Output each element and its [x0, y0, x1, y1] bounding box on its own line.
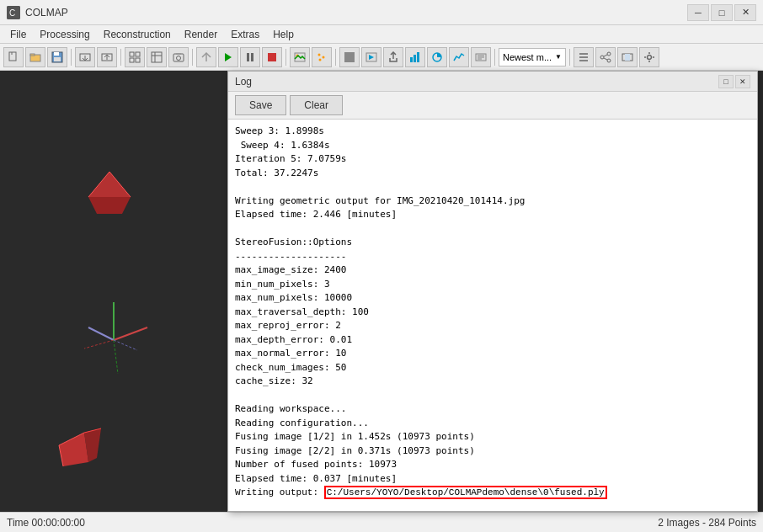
svg-rect-38 [414, 55, 416, 62]
svg-rect-7 [54, 52, 59, 56]
separator-6 [494, 49, 495, 66]
svg-rect-8 [54, 57, 61, 61]
svg-point-31 [323, 56, 325, 58]
svg-marker-61 [88, 197, 131, 214]
svg-point-49 [607, 52, 611, 56]
separator-3 [192, 49, 193, 66]
menu-item-file[interactable]: File [3, 25, 33, 43]
svg-rect-39 [417, 52, 419, 62]
log-title-bar[interactable]: Log □ ✕ [228, 72, 757, 92]
separator-5 [335, 49, 336, 66]
minimize-button[interactable]: ─ [687, 4, 709, 21]
svg-rect-25 [247, 53, 249, 61]
menu-item-render[interactable]: Render [178, 25, 224, 43]
keyframe-button[interactable] [617, 47, 638, 67]
new-button[interactable] [3, 47, 24, 67]
log-save-button[interactable]: Save [235, 95, 286, 115]
log-window: Log □ ✕ Save Clear Sweep 3: 1.8998s Swee… [227, 71, 758, 512]
svg-point-55 [648, 55, 652, 59]
svg-point-30 [318, 53, 321, 56]
separator-4 [285, 49, 286, 66]
color-button[interactable] [339, 47, 360, 67]
pause-button[interactable] [240, 47, 260, 67]
svg-rect-17 [152, 52, 162, 62]
svg-line-51 [604, 55, 607, 56]
log-last-line-prefix: Writing output: [235, 487, 324, 497]
status-time: Time 00:00:00:00 [7, 517, 658, 529]
add-points-button[interactable] [312, 47, 332, 67]
log-maximize-button[interactable]: □ [718, 75, 734, 88]
menu-item-reconstruction[interactable]: Reconstruction [97, 25, 178, 43]
list-button[interactable] [574, 47, 594, 67]
svg-rect-5 [30, 54, 35, 56]
svg-rect-14 [136, 52, 140, 56]
add-image-button[interactable] [290, 47, 310, 67]
view-button[interactable] [147, 47, 167, 67]
main-area: Log □ ✕ Save Clear Sweep 3: 1.8998s Swee… [0, 71, 763, 512]
svg-point-21 [177, 56, 181, 60]
arrow-button[interactable] [196, 47, 216, 67]
svg-line-64 [114, 327, 147, 340]
dropdown-value: Newest m... [503, 52, 552, 62]
svg-rect-33 [344, 52, 355, 62]
status-info: 2 Images - 284 Points [658, 517, 756, 529]
status-bar: Time 00:00:00:00 2 Images - 284 Points [0, 512, 763, 532]
app-title: COLMAP [25, 7, 687, 19]
open-button[interactable] [25, 47, 45, 67]
close-button[interactable]: ✕ [734, 4, 756, 21]
svg-rect-37 [410, 57, 413, 62]
line-chart-button[interactable] [449, 47, 469, 67]
log-content[interactable]: Sweep 3: 1.8998s Sweep 4: 1.6384s Iterat… [228, 120, 757, 511]
log-toolbar: Save Clear [228, 92, 757, 120]
graph-button[interactable] [595, 47, 616, 67]
svg-line-68 [114, 340, 118, 374]
play-button[interactable] [218, 47, 238, 67]
svg-rect-27 [268, 53, 276, 61]
svg-line-52 [604, 58, 607, 60]
title-bar: C COLMAP ─ □ ✕ [0, 0, 763, 25]
svg-point-50 [607, 59, 611, 62]
import-button[interactable] [75, 47, 95, 67]
info-button[interactable] [471, 47, 491, 67]
svg-rect-15 [130, 58, 134, 62]
dropdown-arrow-icon: ▼ [555, 53, 562, 61]
log-text: Sweep 3: 1.8998s Sweep 4: 1.6384s Iterat… [235, 125, 750, 486]
separator-7 [569, 49, 570, 66]
svg-rect-2 [9, 52, 16, 61]
grid-button[interactable] [125, 47, 145, 67]
svg-rect-16 [136, 58, 140, 62]
menu-item-extras[interactable]: Extras [224, 25, 266, 43]
log-window-controls: □ ✕ [718, 75, 750, 88]
svg-marker-60 [88, 172, 131, 197]
view-dropdown[interactable]: Newest m... ▼ [499, 48, 566, 66]
export-button[interactable] [97, 47, 117, 67]
menu-item-processing[interactable]: Processing [33, 25, 96, 43]
svg-line-66 [88, 327, 114, 340]
chart-button[interactable] [427, 47, 447, 67]
app-icon: C [7, 6, 20, 19]
toolbar: Newest m... ▼ [0, 44, 763, 71]
svg-rect-13 [130, 52, 134, 56]
menu-item-help[interactable]: Help [266, 25, 301, 43]
log-title-text: Log [235, 76, 718, 88]
maximize-button[interactable]: □ [711, 4, 733, 21]
menu-bar: FileProcessingReconstructionRenderExtras… [0, 25, 763, 44]
settings-button[interactable] [639, 47, 659, 67]
svg-line-67 [84, 340, 114, 348]
window-controls: ─ □ ✕ [687, 4, 756, 21]
log-close-button[interactable]: ✕ [735, 75, 750, 88]
snapshot-button[interactable] [168, 47, 189, 67]
render-image-button[interactable] [361, 47, 382, 67]
stats-button[interactable] [405, 47, 425, 67]
stop-button[interactable] [262, 47, 282, 67]
save-button[interactable] [47, 47, 67, 67]
upload-button[interactable] [383, 47, 403, 67]
svg-point-32 [319, 58, 322, 61]
svg-rect-54 [625, 54, 630, 61]
log-path-highlight: C:/Users/YOYO/Desktop/COLMAPdemo\dense\0… [324, 486, 607, 499]
log-clear-button[interactable]: Clear [290, 95, 343, 115]
log-last-line: Writing output: C:/Users/YOYO/Desktop/CO… [235, 486, 750, 500]
svg-text:C: C [9, 8, 15, 18]
svg-rect-22 [176, 53, 181, 55]
svg-marker-24 [225, 53, 232, 61]
